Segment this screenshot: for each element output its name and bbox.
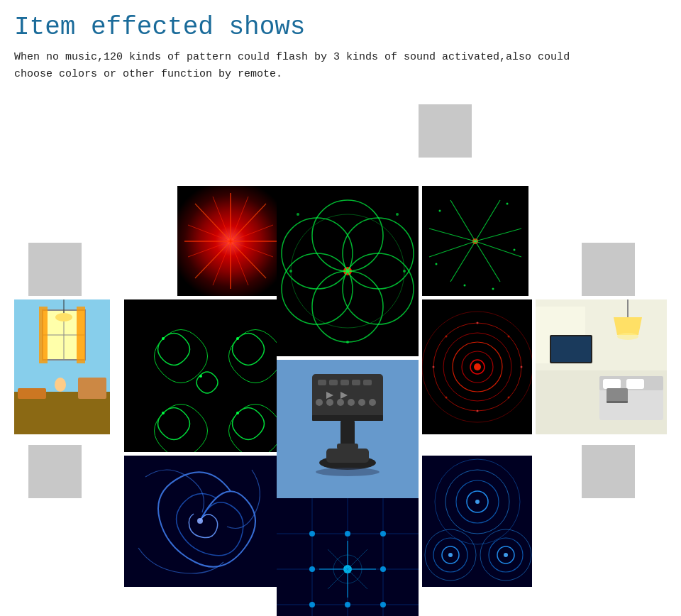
svg-rect-108 — [626, 379, 644, 389]
svg-point-125 — [345, 602, 350, 607]
laser-device-image — [277, 360, 419, 498]
svg-point-70 — [316, 399, 323, 406]
page-title: Item effected shows — [14, 13, 667, 42]
svg-point-89 — [477, 322, 479, 324]
svg-point-27 — [289, 270, 292, 273]
svg-rect-78 — [337, 444, 358, 449]
deco-grey-4 — [28, 445, 82, 498]
svg-rect-63 — [318, 380, 326, 385]
svg-line-8 — [195, 241, 231, 278]
svg-point-43 — [464, 285, 466, 287]
svg-point-90 — [477, 410, 479, 412]
svg-rect-67 — [363, 380, 372, 385]
svg-line-11 — [213, 241, 231, 285]
deco-grey-5 — [582, 445, 635, 498]
svg-point-73 — [348, 399, 355, 406]
svg-rect-55 — [78, 378, 106, 399]
svg-line-38 — [475, 241, 500, 282]
svg-rect-109 — [607, 388, 628, 402]
svg-point-39 — [439, 210, 441, 212]
green-swirls-image — [124, 299, 277, 452]
svg-line-14 — [188, 241, 231, 257]
svg-line-6 — [231, 241, 266, 278]
svg-point-88 — [474, 363, 481, 370]
svg-rect-64 — [329, 380, 338, 385]
svg-line-12 — [231, 241, 248, 285]
svg-line-13 — [188, 225, 231, 241]
svg-point-40 — [506, 203, 509, 205]
svg-line-16 — [231, 241, 273, 257]
svg-point-91 — [433, 366, 435, 368]
svg-rect-80 — [326, 449, 369, 463]
svg-point-144 — [504, 553, 508, 557]
svg-point-126 — [380, 602, 386, 607]
svg-point-143 — [448, 553, 453, 557]
svg-point-75 — [369, 399, 376, 406]
deco-grey-1 — [419, 104, 472, 158]
svg-point-92 — [521, 366, 523, 368]
svg-rect-51 — [77, 307, 85, 363]
svg-point-102 — [617, 333, 638, 340]
svg-rect-104 — [551, 336, 591, 362]
svg-point-25 — [297, 213, 299, 216]
svg-point-58 — [236, 337, 239, 340]
svg-point-44 — [492, 288, 494, 290]
svg-point-29 — [346, 341, 349, 343]
svg-rect-54 — [18, 388, 46, 399]
svg-point-60 — [236, 412, 239, 414]
blue-grid-image — [277, 498, 419, 616]
blue-swirls-image — [124, 456, 277, 587]
svg-point-120 — [380, 531, 386, 537]
svg-marker-101 — [614, 317, 642, 335]
svg-line-5 — [195, 204, 231, 241]
svg-rect-110 — [607, 401, 628, 403]
svg-point-96 — [508, 397, 510, 399]
svg-point-111 — [197, 518, 203, 524]
svg-line-7 — [231, 204, 266, 241]
svg-rect-65 — [340, 380, 349, 385]
svg-point-42 — [436, 263, 438, 265]
svg-point-118 — [309, 531, 315, 537]
svg-line-9 — [213, 197, 231, 241]
svg-line-15 — [231, 225, 273, 241]
svg-point-81 — [316, 468, 380, 476]
svg-point-121 — [309, 566, 315, 572]
svg-point-71 — [326, 399, 333, 406]
deco-grey-3 — [582, 243, 635, 296]
svg-point-123 — [380, 566, 386, 572]
svg-point-26 — [396, 213, 399, 216]
deco-grey-2 — [28, 243, 82, 296]
svg-point-56 — [55, 378, 66, 392]
svg-point-53 — [55, 313, 72, 321]
svg-rect-107 — [603, 379, 621, 389]
green-flower-image — [277, 186, 419, 356]
svg-line-10 — [231, 197, 248, 241]
image-grid — [14, 104, 667, 587]
svg-point-28 — [403, 270, 406, 273]
blue-circles-image — [422, 456, 532, 587]
svg-point-57 — [162, 337, 165, 340]
description: When no music,120 kinds of pattern could… — [14, 49, 667, 83]
room-left-image — [14, 299, 110, 434]
red-star-image — [177, 186, 284, 296]
svg-point-72 — [337, 399, 344, 406]
svg-point-119 — [345, 531, 350, 537]
svg-rect-66 — [352, 380, 360, 385]
svg-point-95 — [445, 397, 448, 399]
red-spiral-image — [422, 299, 532, 434]
svg-point-93 — [445, 336, 448, 338]
room-right-image — [536, 299, 667, 434]
svg-point-61 — [199, 375, 202, 378]
svg-point-142 — [475, 500, 480, 504]
svg-point-59 — [162, 412, 165, 414]
svg-point-74 — [358, 399, 365, 406]
green-nebula-image — [422, 186, 528, 296]
svg-point-124 — [309, 602, 315, 607]
svg-rect-76 — [312, 415, 383, 421]
svg-point-41 — [514, 249, 516, 251]
svg-line-37 — [450, 241, 475, 282]
svg-rect-50 — [39, 307, 48, 363]
svg-point-94 — [508, 336, 510, 338]
svg-line-35 — [429, 241, 475, 257]
